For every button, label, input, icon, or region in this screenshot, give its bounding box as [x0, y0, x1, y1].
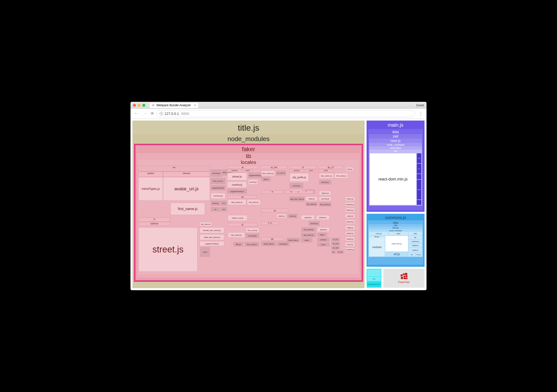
- file-last-name-de[interactable]: last_name.js: [228, 199, 246, 205]
- main-side-dist[interactable]: dist: [417, 153, 421, 163]
- file-hacker-app[interactable]: app: [211, 207, 220, 212]
- commons-head[interactable]: head.js: [416, 253, 422, 256]
- locale-es-mx[interactable]: es_MX: [271, 166, 278, 169]
- commons-data[interactable]: data: [369, 221, 423, 224]
- bundle-commons[interactable]: commons.js data zeit next.js node_module…: [367, 214, 425, 267]
- file-city-name-pl[interactable]: city_name.js: [228, 232, 245, 238]
- file-avatar-uri[interactable]: avatar_uri.js: [163, 177, 210, 201]
- group-address-nl[interactable]: address: [294, 170, 300, 171]
- commons-fbjs[interactable]: fbjs: [408, 253, 415, 256]
- file-react-min[interactable]: react.min.js: [385, 236, 408, 251]
- commons-helpers[interactable]: helpers: [408, 244, 422, 247]
- file-first-name-fr[interactable]: first_name.js: [306, 202, 317, 206]
- main-zeit[interactable]: zeit: [369, 134, 422, 139]
- file-noun[interactable]: noun.js: [211, 201, 220, 206]
- file-hacker[interactable]: hacker.js: [345, 237, 355, 241]
- locale-es[interactable]: es: [274, 209, 276, 212]
- locale-de-at[interactable]: de_AT: [328, 166, 334, 169]
- file-mimetypes[interactable]: mimeTypes.js: [138, 177, 163, 201]
- locales-group[interactable]: locales en system internet mimeTypes.js …: [138, 160, 359, 274]
- group-system[interactable]: system: [147, 172, 154, 175]
- err-label[interactable]: bundles/pages/_error.js: [367, 282, 381, 287]
- maximize-window-button[interactable]: [142, 104, 145, 107]
- main-side-lib[interactable]: lib: [417, 164, 421, 174]
- file-company[interactable]: company.js: [345, 248, 355, 251]
- file-country-1[interactable]: country.js: [211, 169, 222, 177]
- file-finance[interactable]: finance.js: [345, 208, 355, 212]
- file-country-sk[interactable]: country.js: [227, 181, 247, 188]
- group-lorem-sk[interactable]: lorem: [245, 170, 250, 171]
- file-lorem[interactable]: lorem.js: [345, 242, 355, 247]
- minimize-window-button[interactable]: [138, 104, 141, 107]
- group-address-6[interactable]: address: [317, 238, 330, 242]
- group-address-3[interactable]: address: [301, 215, 315, 220]
- file-male-last2[interactable]: male_last_name.js: [290, 196, 304, 201]
- commons-lib[interactable]: lib: [408, 236, 422, 239]
- file-system[interactable]: system.js: [345, 231, 355, 235]
- commons-corejs[interactable]: core-js: [369, 232, 388, 235]
- locale-fr[interactable]: fr: [306, 191, 307, 193]
- file-first-name-ua[interactable]: first_name.js: [319, 202, 331, 207]
- faker-group[interactable]: faker lib locales en system internet mim…: [134, 144, 363, 282]
- group-address-5[interactable]: address: [317, 227, 330, 232]
- file-name-sm[interactable]: name.js: [345, 214, 355, 218]
- group-lorem-nl[interactable]: lorem: [309, 170, 313, 171]
- group-address-4[interactable]: address: [316, 215, 330, 220]
- file-first-name-de[interactable]: first_name.js: [247, 199, 260, 205]
- group-name-ge[interactable]: name: [301, 238, 312, 242]
- file-words-2[interactable]: words.js: [309, 221, 320, 226]
- main-react-dom[interactable]: react-dom: [369, 146, 422, 150]
- commons-router[interactable]: router.js: [408, 248, 422, 252]
- file-female-last-name[interactable]: female_last_name.js: [200, 227, 224, 233]
- file-state[interactable]: state.js: [306, 196, 317, 201]
- group-internet[interactable]: internet: [183, 172, 190, 175]
- locale-hu[interactable]: hu: [290, 191, 292, 193]
- commons-dist[interactable]: dist: [408, 232, 422, 235]
- foamtree-logo[interactable]: FoamTree: [383, 269, 425, 288]
- file-first-name-at[interactable]: first_name.js: [334, 173, 348, 178]
- file-team[interactable]: team: [221, 201, 227, 206]
- err-dots[interactable]: ...: [367, 269, 381, 276]
- file-currency[interactable]: currency.js: [211, 193, 225, 199]
- group-lorem-sm[interactable]: lorem: [317, 243, 330, 247]
- file-street-sk[interactable]: street.js: [227, 173, 247, 180]
- file-last-name-3[interactable]: last_name.js: [301, 233, 316, 237]
- group-name-sm[interactable]: name: [317, 233, 327, 237]
- main-node-modules[interactable]: node_modules: [369, 143, 422, 146]
- main-side-dots2[interactable]: …: [417, 200, 421, 205]
- file-street-title-2[interactable]: street_title.js: [286, 238, 300, 242]
- file-last-name-mx[interactable]: last_name.js: [261, 171, 275, 176]
- locale-id-ID[interactable]: id_ID: [268, 222, 272, 224]
- locale-en-GB[interactable]: en_GB: [331, 246, 340, 249]
- file-react-dom-min[interactable]: react-dom.min.js: [370, 153, 416, 205]
- file-noun-es[interactable]: noun.js: [288, 214, 297, 218]
- close-tab-icon[interactable]: ×: [194, 103, 196, 107]
- lib-group[interactable]: lib locales en system internet mimeTypes…: [137, 153, 360, 278]
- commons-modules[interactable]: modules: [369, 238, 385, 256]
- commons-runtime[interactable]: runtime.js: [408, 240, 422, 243]
- node-modules-group[interactable]: node_modules: [132, 134, 365, 144]
- file-address-sm[interactable]: address.js: [345, 202, 355, 207]
- main-side-client[interactable]: client: [417, 180, 421, 199]
- locale-de[interactable]: de: [241, 196, 244, 198]
- file-city-prefix-nl[interactable]: city_prefix.js: [290, 173, 309, 182]
- locale-sk[interactable]: sk: [241, 166, 244, 169]
- file-last-name-at[interactable]: last_name.js: [319, 173, 334, 178]
- file-street-root[interactable]: street_root.js: [228, 215, 247, 221]
- group-name-1[interactable]: name: [200, 247, 210, 257]
- err-data[interactable]: data: [367, 277, 381, 281]
- browser-tab[interactable]: 🗎 Webpack Bundle Analyzer ×: [149, 102, 199, 108]
- locale-cz[interactable]: cz: [153, 218, 156, 220]
- file-state-es[interactable]: state.js: [277, 214, 286, 218]
- file-words-nl[interactable]: words.js: [290, 183, 303, 188]
- locale-uk[interactable]: uk: [271, 191, 273, 193]
- file-country-pl[interactable]: country.js: [246, 233, 259, 238]
- locale-nl[interactable]: nl: [302, 166, 304, 169]
- main-side-dots[interactable]: …: [417, 174, 421, 179]
- locale-en[interactable]: en: [173, 166, 175, 169]
- file-country-2[interactable]: country.js: [319, 196, 331, 201]
- file-image[interactable]: image.js: [345, 225, 355, 230]
- site-info-icon[interactable]: i: [160, 112, 163, 115]
- locale-ge[interactable]: ge: [271, 238, 274, 240]
- commons-library[interactable]: library: [375, 236, 379, 238]
